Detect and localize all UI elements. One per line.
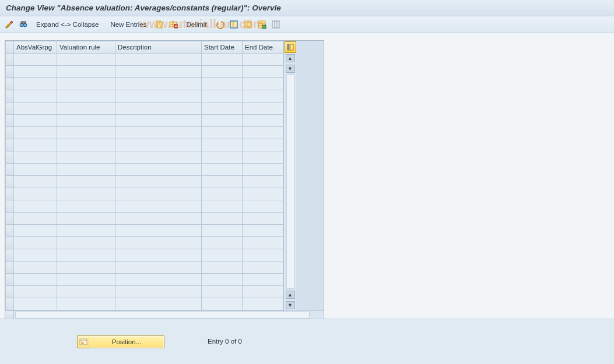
row-selector[interactable]	[6, 139, 14, 151]
cell[interactable]	[243, 200, 283, 213]
row-selector[interactable]	[6, 298, 14, 310]
cell[interactable]	[57, 90, 115, 103]
table-row[interactable]	[6, 225, 283, 237]
cell[interactable]	[243, 103, 283, 115]
cell[interactable]	[14, 213, 57, 225]
expand-collapse-button[interactable]: Expand <-> Collapse	[31, 19, 103, 30]
cell[interactable]	[202, 151, 243, 164]
cell[interactable]	[202, 261, 243, 274]
cell[interactable]	[115, 237, 202, 249]
table-row[interactable]	[6, 103, 283, 115]
cell[interactable]	[57, 78, 115, 90]
cell[interactable]	[202, 90, 243, 103]
table-row[interactable]	[6, 139, 283, 151]
cell[interactable]	[14, 274, 57, 286]
cell[interactable]	[115, 286, 202, 298]
deselect-button[interactable]	[242, 19, 254, 30]
cell[interactable]	[57, 54, 115, 66]
cell[interactable]	[243, 54, 283, 66]
table-settings-button[interactable]	[256, 19, 268, 30]
cell[interactable]	[202, 286, 243, 298]
row-selector[interactable]	[6, 115, 14, 127]
cell[interactable]	[14, 164, 57, 176]
table-row[interactable]	[6, 249, 283, 261]
scroll-down-top-button[interactable]: ▼	[286, 65, 295, 73]
table-row[interactable]	[6, 115, 283, 127]
cell[interactable]	[57, 298, 115, 310]
cell[interactable]	[243, 127, 283, 139]
cell[interactable]	[115, 139, 202, 151]
cell[interactable]	[115, 261, 202, 274]
cell[interactable]	[243, 249, 283, 261]
table-row[interactable]	[6, 164, 283, 176]
scroll-track[interactable]	[286, 75, 294, 289]
cell[interactable]	[115, 127, 202, 139]
cell[interactable]	[115, 66, 202, 78]
table-row[interactable]	[6, 274, 283, 286]
cell[interactable]	[57, 103, 115, 115]
cell[interactable]	[202, 164, 243, 176]
cell[interactable]	[14, 237, 57, 249]
cell[interactable]	[14, 286, 57, 298]
cell[interactable]	[243, 151, 283, 164]
cell[interactable]	[14, 298, 57, 310]
scroll-down-button[interactable]: ▼	[286, 301, 295, 309]
print-button[interactable]	[270, 19, 282, 30]
hscroll-track[interactable]	[15, 312, 310, 319]
row-selector[interactable]	[6, 78, 14, 90]
cell[interactable]	[115, 200, 202, 213]
cell[interactable]	[202, 78, 243, 90]
cell[interactable]	[14, 225, 57, 237]
cell[interactable]	[202, 274, 243, 286]
row-selector[interactable]	[6, 200, 14, 213]
cell[interactable]	[57, 200, 115, 213]
row-selector[interactable]	[6, 249, 14, 261]
cell[interactable]	[14, 66, 57, 78]
cell[interactable]	[115, 225, 202, 237]
table-row[interactable]	[6, 298, 283, 310]
cell[interactable]	[115, 115, 202, 127]
table-row[interactable]	[6, 213, 283, 225]
cell[interactable]	[202, 225, 243, 237]
table-row[interactable]	[6, 286, 283, 298]
undo-button[interactable]	[214, 19, 226, 30]
col-header-end-date[interactable]: End Date	[243, 41, 283, 54]
cell[interactable]	[115, 54, 202, 66]
row-selector[interactable]	[6, 90, 14, 103]
cell[interactable]	[115, 298, 202, 310]
cell[interactable]	[14, 188, 57, 200]
cell[interactable]	[14, 90, 57, 103]
cell[interactable]	[115, 274, 202, 286]
cell[interactable]	[243, 139, 283, 151]
cell[interactable]	[115, 176, 202, 188]
delete-button[interactable]	[167, 19, 179, 30]
cell[interactable]	[202, 54, 243, 66]
cell[interactable]	[115, 188, 202, 200]
table-row[interactable]	[6, 237, 283, 249]
configure-columns-button[interactable]	[285, 41, 296, 53]
cell[interactable]	[243, 66, 283, 78]
cell[interactable]	[57, 176, 115, 188]
row-selector[interactable]	[6, 164, 14, 176]
col-header-start-date[interactable]: Start Date	[202, 41, 243, 54]
cell[interactable]	[202, 103, 243, 115]
row-selector[interactable]	[6, 188, 14, 200]
col-header-description[interactable]: Description	[115, 41, 202, 54]
cell[interactable]	[57, 139, 115, 151]
cell[interactable]	[57, 164, 115, 176]
row-selector[interactable]	[6, 54, 14, 66]
cell[interactable]	[243, 78, 283, 90]
cell[interactable]	[57, 115, 115, 127]
cell[interactable]	[202, 66, 243, 78]
table-row[interactable]	[6, 127, 283, 139]
data-table[interactable]: AbsValGrpg Valuation rule Description St…	[5, 41, 283, 310]
cell[interactable]	[202, 139, 243, 151]
cell[interactable]	[243, 164, 283, 176]
cell[interactable]	[115, 213, 202, 225]
col-header-absvalgrpg[interactable]: AbsValGrpg	[14, 41, 57, 54]
cell[interactable]	[57, 261, 115, 274]
cell[interactable]	[14, 176, 57, 188]
row-selector[interactable]	[6, 66, 14, 78]
table-row[interactable]	[6, 90, 283, 103]
table-row[interactable]	[6, 78, 283, 90]
